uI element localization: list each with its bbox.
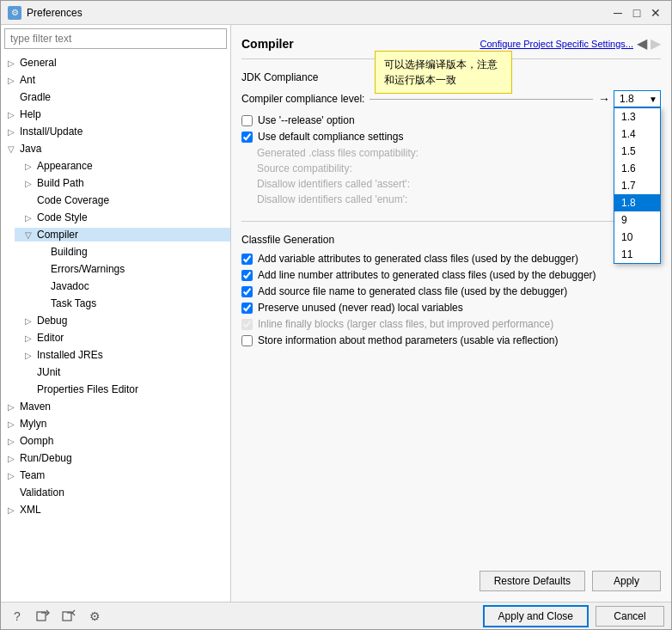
tree-label-properties-files: Properties Files Editor (35, 383, 138, 395)
dropdown-trigger[interactable]: 1.8 ▼ (614, 90, 661, 107)
tree-item-installed-jres[interactable]: ▷ Installed JREs (15, 346, 230, 364)
tree-item-building[interactable]: Building (42, 243, 230, 260)
expander-team: ▷ (4, 471, 18, 480)
footer-left: ? ⚙ (8, 607, 104, 626)
selected-version: 1.8 (620, 93, 634, 105)
tree-item-code-coverage[interactable]: Code Coverage (15, 192, 230, 209)
tree-label-task-tags: Task Tags (49, 297, 96, 309)
tooltip-box: 可以选择编译版本，注意和运行版本一致 (375, 51, 512, 94)
nav-forward-icon: ▶ (651, 35, 661, 52)
inline-finally-checkbox[interactable] (241, 319, 253, 330)
main-content: ▷ General ▷ Ant Gradle (1, 25, 671, 602)
tree-label-appearance: Appearance (35, 160, 93, 172)
compliance-label: Compiler compliance level: (241, 93, 364, 105)
apply-button[interactable]: Apply (592, 571, 661, 591)
tree-item-junit[interactable]: JUnit (15, 364, 230, 381)
disallow-assert-label: Disallow identifiers called 'assert': (257, 178, 410, 190)
tree-label-team: Team (18, 469, 45, 481)
expander-junit (21, 368, 35, 377)
version-1-3[interactable]: 1.3 (614, 108, 660, 125)
version-1-8[interactable]: 1.8 (614, 194, 660, 211)
tree-label-compiler: Compiler (35, 229, 78, 241)
tree-item-team[interactable]: ▷ Team (1, 467, 230, 484)
import-icon[interactable] (59, 607, 78, 626)
expander-validation (4, 488, 18, 498)
tree-item-task-tags[interactable]: Task Tags (42, 295, 230, 312)
tree-item-mylyn[interactable]: ▷ Mylyn (1, 415, 230, 432)
nav-area: 可以选择编译版本，注意和运行版本一致 Configure Project Spe… (480, 35, 661, 52)
tree-item-run-debug[interactable]: ▷ Run/Debug (1, 450, 230, 467)
store-params-checkbox[interactable] (241, 335, 253, 346)
tree-item-build-path[interactable]: ▷ Build Path (15, 174, 230, 192)
add-variable-checkbox[interactable] (241, 254, 253, 265)
tree-item-javadoc[interactable]: Javadoc (42, 278, 230, 295)
disallow-enum-label: Disallow identifiers called 'enum': (257, 193, 407, 205)
tree-label-editor: Editor (35, 332, 64, 344)
tree-item-install-update[interactable]: ▷ Install/Update (1, 123, 230, 140)
tree-label-javadoc: Javadoc (49, 280, 89, 292)
source-compat-label: Source compatibility: (257, 162, 352, 174)
use-release-row: Use '--release' option (241, 114, 661, 126)
apply-and-close-button[interactable]: Apply and Close (483, 605, 589, 627)
maximize-button[interactable]: □ (628, 4, 645, 21)
filter-input[interactable] (4, 28, 227, 49)
expander-install-update: ▷ (4, 127, 18, 137)
version-dropdown[interactable]: 1.8 ▼ 1.3 1.4 1.5 1.6 1.7 1.8 9 10 11 (614, 90, 661, 107)
specific-settings-link[interactable]: Configure Project Specific Settings... (480, 39, 633, 49)
close-button[interactable]: ✕ (647, 4, 664, 21)
tree-item-xml[interactable]: ▷ XML (1, 501, 230, 518)
use-default-compliance-checkbox[interactable] (241, 132, 253, 143)
help-icon[interactable]: ? (8, 607, 27, 626)
add-source-file-checkbox[interactable] (241, 286, 253, 297)
inline-finally-label: Inline finally blocks (larger class file… (258, 318, 553, 330)
tree-item-java[interactable]: ▽ Java (1, 140, 230, 157)
tooltip-text: 可以选择编译版本，注意和运行版本一致 (384, 58, 498, 86)
tree-label-installed-jres: Installed JREs (35, 349, 103, 361)
settings-icon[interactable]: ⚙ (85, 607, 104, 626)
check-add-variable: Add variable attributes to generated cla… (241, 253, 661, 265)
tree-item-general[interactable]: ▷ General (1, 54, 230, 71)
cancel-button[interactable]: Cancel (596, 606, 664, 627)
left-panel: ▷ General ▷ Ant Gradle (1, 25, 231, 602)
version-1-4[interactable]: 1.4 (614, 125, 660, 143)
expander-xml: ▷ (4, 505, 18, 515)
expander-gradle (4, 93, 18, 102)
version-10[interactable]: 10 (614, 229, 660, 246)
tree-item-appearance[interactable]: ▷ Appearance (15, 157, 230, 174)
expander-ant: ▷ (4, 76, 18, 85)
check-inline-finally: Inline finally blocks (larger class file… (241, 318, 661, 330)
dropdown-list: 1.3 1.4 1.5 1.6 1.7 1.8 9 10 11 (614, 107, 661, 264)
version-1-6[interactable]: 1.6 (614, 160, 660, 177)
expander-compiler: ▽ (21, 230, 35, 240)
tree-item-ant[interactable]: ▷ Ant (1, 71, 230, 89)
tree-label-oomph: Oomph (18, 435, 53, 447)
tree-item-properties-files-editor[interactable]: Properties Files Editor (15, 381, 230, 398)
check-store-params: Store information about method parameter… (241, 334, 661, 346)
preserve-unused-checkbox[interactable] (241, 303, 253, 314)
tree-item-maven[interactable]: ▷ Maven (1, 398, 230, 415)
footer-right-buttons: Apply and Close Cancel (483, 605, 664, 627)
tree-item-gradle[interactable]: Gradle (1, 89, 230, 106)
minimize-button[interactable]: ─ (609, 4, 626, 21)
tree-label-ant: Ant (18, 74, 35, 86)
tree-item-editor[interactable]: ▷ Editor (15, 329, 230, 346)
restore-defaults-button[interactable]: Restore Defaults (480, 571, 585, 591)
tree-item-code-style[interactable]: ▷ Code Style (15, 209, 230, 226)
tree-item-validation[interactable]: Validation (1, 484, 230, 501)
expander-help: ▷ (4, 110, 18, 119)
tree-label-errors-warnings: Errors/Warnings (49, 263, 125, 275)
nav-back-icon[interactable]: ◀ (637, 35, 647, 52)
tree-item-help[interactable]: ▷ Help (1, 106, 230, 123)
tree-item-errors-warnings[interactable]: Errors/Warnings (42, 260, 230, 278)
export-icon[interactable] (34, 607, 52, 626)
use-release-checkbox[interactable] (241, 115, 253, 126)
version-9[interactable]: 9 (614, 211, 660, 229)
tree-item-compiler[interactable]: ▽ Compiler (15, 226, 230, 243)
version-1-7[interactable]: 1.7 (614, 177, 660, 194)
version-1-5[interactable]: 1.5 (614, 143, 660, 160)
tree-label-maven: Maven (18, 401, 51, 413)
version-11[interactable]: 11 (614, 246, 660, 263)
tree-item-oomph[interactable]: ▷ Oomph (1, 432, 230, 450)
add-line-number-checkbox[interactable] (241, 270, 253, 281)
tree-item-debug[interactable]: ▷ Debug (15, 312, 230, 329)
